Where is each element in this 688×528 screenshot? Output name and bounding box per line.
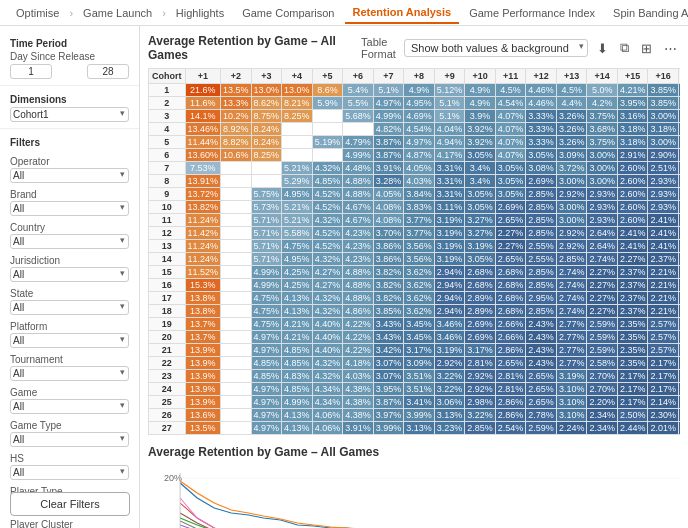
filters-label: Filters	[10, 137, 129, 148]
table-cell: 3.77%	[404, 227, 435, 240]
table-cell: 2.60%	[617, 214, 648, 227]
hs-select[interactable]: All	[10, 465, 129, 480]
table-cell: 2.85%	[526, 188, 557, 201]
section-header: Average Retention by Game – All Games Ta…	[148, 34, 680, 62]
table-cell: 3.26%	[556, 123, 587, 136]
country-select[interactable]: All	[10, 234, 129, 249]
copy-icon[interactable]: ⧉	[617, 38, 632, 58]
operator-select[interactable]: All	[10, 168, 129, 183]
table-cell: 3.19%	[434, 227, 465, 240]
tournament-label: Tournament	[10, 354, 129, 365]
table-cell: 2.37%	[679, 214, 681, 227]
table-cell: 4.07%	[495, 136, 526, 149]
table-cell	[221, 188, 252, 201]
table-cell: 2.85%	[526, 227, 557, 240]
table-cell: 2.81%	[495, 383, 526, 396]
table-row: 1913.7%4.75%4.21%4.40%4.22%3.43%3.45%3.4…	[149, 318, 681, 331]
brand-select[interactable]: All	[10, 201, 129, 216]
table-cell: 4.9%	[465, 97, 496, 110]
table-cell: 3.11%	[434, 201, 465, 214]
table-cell: 3.22%	[434, 370, 465, 383]
game-type-select[interactable]: All	[10, 432, 129, 447]
game-label: Game	[10, 387, 129, 398]
day-from-input[interactable]	[10, 64, 52, 79]
nav-retention-analysis[interactable]: Retention Analysis	[345, 2, 460, 24]
nav-spin-banding[interactable]: Spin Banding Analysis	[605, 3, 688, 23]
table-cell: 2.27%	[495, 240, 526, 253]
table-cell: 4.97%	[251, 409, 282, 422]
game-select[interactable]: All	[10, 399, 129, 414]
nav-game-comparison[interactable]: Game Comparison	[234, 3, 342, 23]
table-cell: 2.85%	[526, 266, 557, 279]
clear-filters-button[interactable]: Clear Filters	[10, 492, 130, 516]
table-cell	[282, 123, 313, 136]
table-cell: 4.5%	[556, 84, 587, 97]
table-cell: 2.93%	[587, 201, 618, 214]
platform-select[interactable]: All	[10, 333, 129, 348]
table-cell	[221, 396, 252, 409]
table-cell: 2.68%	[495, 266, 526, 279]
cell-cohort: 22	[149, 357, 186, 370]
table-cell: 4.32%	[312, 370, 343, 383]
format-select[interactable]: Show both values & background	[404, 39, 588, 57]
table-cell: 2.13%	[679, 409, 681, 422]
table-cell: 4.03%	[404, 175, 435, 188]
table-row: 1311.24%5.71%4.75%4.52%4.23%3.86%3.56%3.…	[149, 240, 681, 253]
table-cell: 3.22%	[465, 409, 496, 422]
download-icon[interactable]: ⬇	[594, 39, 611, 58]
table-cell: 13.7%	[185, 331, 221, 344]
table-cell: 3.23%	[434, 422, 465, 435]
nav-game-launch[interactable]: Game Launch	[75, 3, 160, 23]
table-cell: 2.17%	[617, 383, 648, 396]
table-row: 1111.24%5.71%5.21%4.32%4.67%4.08%3.77%3.…	[149, 214, 681, 227]
table-cell: 10.2%	[221, 110, 252, 123]
table-cell: 2.43%	[526, 344, 557, 357]
table-cell: 4.87%	[404, 149, 435, 162]
table-cell: 2.11%	[679, 370, 681, 383]
table-cell: 4.07%	[495, 149, 526, 162]
dimensions-label: Dimensions	[10, 94, 129, 105]
table-cell: 4.85%	[282, 383, 313, 396]
table-cell: 2.69%	[526, 175, 557, 188]
table-cell: 2.37%	[617, 305, 648, 318]
table-cell: 4.85%	[312, 175, 343, 188]
nav-game-performance[interactable]: Game Performance Index	[461, 3, 603, 23]
cohort-select[interactable]: Cohort1	[10, 107, 129, 122]
table-cell: 4.08%	[373, 201, 404, 214]
table-cell: 13.9%	[185, 383, 221, 396]
table-cell: 2.21%	[648, 305, 679, 318]
table-cell: 2.85%	[526, 279, 557, 292]
tournament-select[interactable]: All	[10, 366, 129, 381]
table-cell: 2.41%	[648, 227, 679, 240]
table-cell: 3.31%	[434, 175, 465, 188]
table-cell: 4.13%	[282, 292, 313, 305]
table-cell: 13.9%	[185, 370, 221, 383]
table-cell: 5.29%	[282, 175, 313, 188]
table-cell: 2.90%	[648, 149, 679, 162]
table-cell: 4.03%	[343, 370, 374, 383]
table-cell: 2.27%	[587, 279, 618, 292]
table-icon[interactable]: ⊞	[638, 39, 655, 58]
table-cell: 2.94%	[434, 292, 465, 305]
table-cell: 2.43%	[526, 357, 557, 370]
nav-optimise[interactable]: Optimise	[8, 3, 67, 23]
table-cell: 2.35%	[617, 344, 648, 357]
table-cell: 3.00%	[556, 201, 587, 214]
table-row: 2513.9%4.97%4.99%4.34%4.38%3.87%3.41%3.0…	[149, 396, 681, 409]
state-select[interactable]: All	[10, 300, 129, 315]
table-cell: 4.75%	[251, 305, 282, 318]
table-cell: 2.95%	[526, 292, 557, 305]
table-cell: 4.75%	[251, 292, 282, 305]
more-icon[interactable]: ⋯	[661, 39, 680, 58]
nav-highlights[interactable]: Highlights	[168, 3, 232, 23]
table-cell: 5.68%	[343, 110, 374, 123]
col-header-8: +8	[404, 69, 435, 84]
table-cell: 4.23%	[343, 240, 374, 253]
table-cell: 2.93%	[648, 175, 679, 188]
day-to-input[interactable]	[87, 64, 129, 79]
table-cell: 3.00%	[556, 214, 587, 227]
table-cell	[221, 227, 252, 240]
jurisdiction-select[interactable]: All	[10, 267, 129, 282]
table-row: 413.46%8.92%8.24%4.82%4.54%4.04%3.92%4.0…	[149, 123, 681, 136]
table-cell: 3.07%	[373, 357, 404, 370]
